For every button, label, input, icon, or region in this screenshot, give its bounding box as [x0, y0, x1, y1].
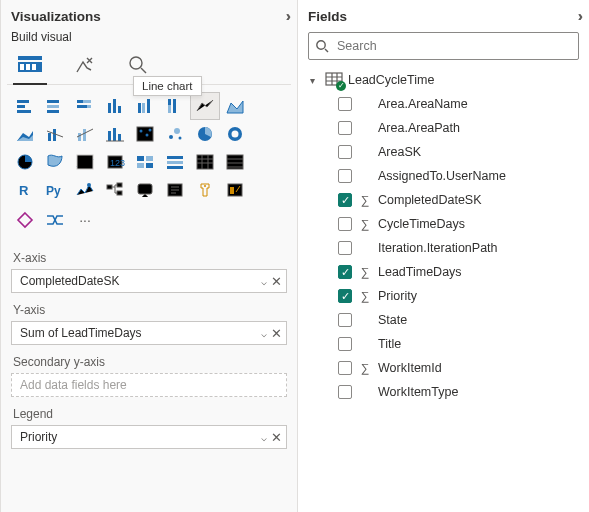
viz-clustered-column-icon[interactable]: [101, 93, 129, 119]
viz-stacked-area-icon[interactable]: [11, 121, 39, 147]
viz-multi-row-card-icon[interactable]: [191, 149, 219, 175]
svg-point-35: [149, 129, 152, 132]
field-row[interactable]: ∑Area.AreaName: [306, 92, 581, 116]
field-row[interactable]: ∑WorkItemId: [306, 356, 581, 380]
field-row[interactable]: ∑Title: [306, 332, 581, 356]
svg-point-36: [169, 135, 173, 139]
viz-smart-narrative-icon[interactable]: [221, 177, 249, 203]
yaxis-remove-icon[interactable]: ✕: [271, 326, 282, 341]
viz-stacked-bar-icon[interactable]: [11, 93, 39, 119]
field-checkbox[interactable]: ✓: [338, 265, 352, 279]
svg-rect-15: [87, 105, 91, 108]
field-checkbox[interactable]: [338, 241, 352, 255]
field-row[interactable]: ∑AssignedTo.UserName: [306, 164, 581, 188]
viz-stacked-column-100-icon[interactable]: [161, 93, 189, 119]
svg-rect-52: [167, 166, 183, 169]
field-row[interactable]: ∑WorkItemType: [306, 380, 581, 404]
field-checkbox[interactable]: ✓: [338, 289, 352, 303]
viz-line-stacked-column-icon[interactable]: [41, 121, 69, 147]
viz-clustered-bar-icon[interactable]: [41, 93, 69, 119]
svg-point-41: [232, 131, 239, 138]
field-row[interactable]: ✓∑CompletedDateSK: [306, 188, 581, 212]
svg-point-34: [146, 134, 149, 137]
viz-area-icon[interactable]: [221, 93, 249, 119]
field-checkbox[interactable]: [338, 145, 352, 159]
field-row[interactable]: ✓∑LeadTimeDays: [306, 260, 581, 284]
table-row[interactable]: ▾ ✓ LeadCycleTime: [306, 68, 581, 92]
tab-analytics[interactable]: Line chart: [125, 54, 151, 76]
svg-point-63: [204, 185, 206, 187]
viz-map-icon[interactable]: [41, 149, 69, 175]
viz-qna-icon[interactable]: [191, 177, 219, 203]
viz-r-visual-icon[interactable]: [71, 177, 99, 203]
viz-line-icon[interactable]: [191, 93, 219, 119]
field-row[interactable]: ∑AreaSK: [306, 140, 581, 164]
viz-treemap-icon[interactable]: [11, 149, 39, 175]
svg-rect-3: [26, 64, 30, 70]
svg-rect-8: [17, 110, 31, 113]
yaxis-dropdown-icon[interactable]: ⌵: [261, 328, 267, 339]
legend-well[interactable]: Priority ⌵ ✕: [11, 425, 287, 449]
viz-scatter-icon[interactable]: [161, 121, 189, 147]
viz-matrix-icon[interactable]: R: [11, 177, 39, 203]
viz-table-icon[interactable]: Py: [41, 177, 69, 203]
viz-pie-icon[interactable]: [191, 121, 219, 147]
viz-card-icon[interactable]: [161, 149, 189, 175]
viz-py-visual-icon[interactable]: [101, 177, 129, 203]
table-ok-badge-icon: ✓: [336, 81, 346, 91]
viz-decomposition-tree-icon[interactable]: [161, 177, 189, 203]
xaxis-label: X-axis: [11, 241, 287, 269]
collapse-viz-icon[interactable]: ››: [286, 8, 287, 24]
viz-line-clustered-column-icon[interactable]: [71, 121, 99, 147]
svg-point-66: [317, 41, 325, 49]
legend-dropdown-icon[interactable]: ⌵: [261, 432, 267, 443]
viz-ribbon-icon[interactable]: [101, 121, 129, 147]
field-checkbox[interactable]: [338, 121, 352, 135]
field-row[interactable]: ∑CycleTimeDays: [306, 212, 581, 236]
field-checkbox[interactable]: ✓: [338, 193, 352, 207]
field-row[interactable]: ∑State: [306, 308, 581, 332]
svg-rect-49: [146, 163, 153, 168]
field-checkbox[interactable]: [338, 217, 352, 231]
viz-waterfall-icon[interactable]: [131, 121, 159, 147]
yaxis-well[interactable]: Sum of LeadTimeDays ⌵ ✕: [11, 321, 287, 345]
field-name: State: [378, 313, 407, 327]
field-checkbox[interactable]: [338, 337, 352, 351]
xaxis-well[interactable]: CompletedDateSK ⌵ ✕: [11, 269, 287, 293]
field-row[interactable]: ∑Area.AreaPath: [306, 116, 581, 140]
viz-subtitle: Build visual: [7, 30, 291, 50]
xaxis-remove-icon[interactable]: ✕: [271, 274, 282, 289]
viz-diamond-icon[interactable]: [11, 209, 39, 231]
viz-more-icon[interactable]: ···: [71, 209, 99, 231]
viz-kpi-icon[interactable]: [221, 149, 249, 175]
field-checkbox[interactable]: [338, 361, 352, 375]
secy-well[interactable]: Add data fields here: [11, 373, 287, 397]
tab-build-visual[interactable]: [17, 54, 43, 76]
viz-azure-map-icon[interactable]: 123: [101, 149, 129, 175]
field-name: Area.AreaName: [378, 97, 468, 111]
field-row[interactable]: ✓∑Priority: [306, 284, 581, 308]
legend-remove-icon[interactable]: ✕: [271, 430, 282, 445]
svg-rect-46: [137, 156, 144, 161]
viz-donut-icon[interactable]: [221, 121, 249, 147]
viz-stacked-column-icon[interactable]: [131, 93, 159, 119]
field-name: AreaSK: [378, 145, 421, 159]
viz-stacked-bar-100-icon[interactable]: [71, 93, 99, 119]
collapse-fields-icon[interactable]: ››: [578, 8, 579, 24]
viz-key-influencers-icon[interactable]: [131, 177, 159, 203]
xaxis-dropdown-icon[interactable]: ⌵: [261, 276, 267, 287]
viz-gauge-icon[interactable]: [131, 149, 159, 175]
field-checkbox[interactable]: [338, 97, 352, 111]
fields-search[interactable]: [308, 32, 579, 60]
svg-rect-23: [168, 105, 171, 113]
field-checkbox[interactable]: [338, 169, 352, 183]
fields-search-input[interactable]: [335, 38, 572, 54]
field-row[interactable]: ∑Iteration.IterationPath: [306, 236, 581, 260]
viz-header: Visualizations ››: [7, 6, 291, 30]
tab-format[interactable]: [71, 54, 97, 76]
viz-filled-map-icon[interactable]: [71, 149, 99, 175]
field-checkbox[interactable]: [338, 385, 352, 399]
xaxis-value: CompletedDateSK: [20, 274, 119, 288]
field-checkbox[interactable]: [338, 313, 352, 327]
viz-flow-icon[interactable]: [41, 209, 69, 231]
